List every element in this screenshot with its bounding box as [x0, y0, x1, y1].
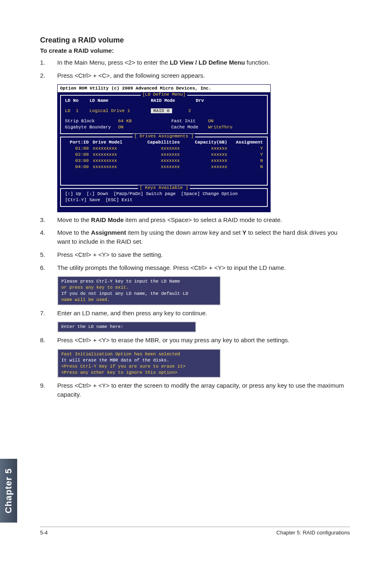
step-9: 9. Press <Ctrl> + <Y> to enter the scree… — [40, 381, 350, 399]
drive-row: 02:00 xxxxxxxxx xxxxxxx xxxxxx Y — [65, 152, 263, 157]
row-gb: xxxxxx — [180, 164, 227, 169]
row-asg: Y — [227, 152, 263, 157]
drive-row: 04:00 xxxxxxxxx xxxxxxx xxxxxx N — [65, 164, 263, 169]
cache-label: Cache Mode — [171, 125, 208, 130]
step-number: 8. — [40, 336, 57, 345]
strip-block-label: Strip Block — [65, 119, 118, 123]
ld-row-drv: 2 — [188, 108, 191, 113]
step-7: 7. Enter an LD name, and then press any … — [40, 309, 350, 318]
bold-term: Assignment — [91, 229, 126, 236]
col-capacity: Capacity(GB) — [180, 140, 227, 145]
col-drivemodel: Drive Model — [93, 140, 136, 145]
box-label: [ Keys Available ] — [138, 185, 190, 190]
step-text: In the Main Menu, press <2> to enter the — [57, 59, 170, 66]
row-cap: xxxxxxx — [136, 164, 179, 169]
step-number: 7. — [40, 309, 57, 318]
box-label: [ Drives Assignments ] — [132, 134, 195, 139]
step-number: 3. — [40, 215, 57, 224]
drive-row: 01:00 xxxxxxxxx xxxxxxx xxxxxx Y — [65, 146, 263, 151]
step-number: 2. — [40, 71, 57, 80]
strip-block-value: 64 KB — [118, 119, 171, 123]
step-text: item by using the down arrow key and set — [126, 229, 242, 236]
page-footer: 5-4 Chapter 5: RAID configurations — [40, 527, 350, 536]
step-text: item and press <Space> to select a RAID … — [124, 216, 282, 223]
step-text: Move to the — [57, 229, 91, 236]
step-text: Move to the — [57, 216, 91, 223]
gig-value: ON — [118, 125, 171, 130]
dlg-line: Enter the LD name here: — [61, 324, 192, 330]
step-text: Enter an LD name, and then press any key… — [57, 309, 350, 318]
row-pid: 02:00 — [65, 152, 89, 157]
dlg-line: Please press Ctrl-Y key to input the LD … — [61, 279, 180, 284]
dlg-line: If you do not input any LD name, the def… — [61, 291, 188, 296]
step-8: 8. Press <Ctrl> + <Y> to erase the MBR, … — [40, 336, 350, 345]
row-dm: xxxxxxxxx — [93, 152, 136, 157]
row-pid: 01:00 — [65, 146, 89, 151]
row-pid: 04:00 — [65, 164, 89, 169]
ld-row-ld: LD 1 — [65, 108, 90, 113]
col-ldno: LD No — [65, 98, 90, 103]
row-cap: xxxxxxx — [136, 146, 179, 151]
row-cap: xxxxxxx — [136, 158, 179, 163]
step-5: 5. Press <Ctrl> + <Y> to save the settin… — [40, 250, 350, 259]
page-heading: Creating a RAID volume — [40, 36, 350, 45]
step-number: 9. — [40, 381, 57, 399]
col-ldname: LD Name — [90, 98, 151, 103]
cache-value: WriteThru — [208, 125, 232, 130]
step-text: Press <Ctrl> + <Y> to erase the MBR, or … — [57, 336, 350, 345]
ld-row-name: Logical Drive 1 — [90, 108, 151, 113]
chapter-title: Chapter 5: RAID configurations — [276, 530, 350, 536]
page-subheading: To create a RAID volume: — [40, 47, 350, 54]
dialog-erase-mbr: Fast Initialization Option has been sele… — [57, 349, 221, 378]
row-pid: 03:00 — [65, 158, 89, 163]
page-number: 5-4 — [40, 530, 48, 536]
step-text: Press <Ctrl> + <Y> to save the setting. — [57, 250, 350, 259]
dlg-line: It will erase the MBR data of the disks. — [61, 358, 169, 363]
step-text: function. — [245, 59, 270, 66]
step-number: 6. — [40, 263, 57, 272]
row-asg: N — [227, 164, 263, 169]
step-4: 4. Move to the Assignment item by using … — [40, 228, 350, 246]
step-number: 4. — [40, 228, 57, 246]
step-text: Press <Ctrl> + <C>, and the following sc… — [57, 71, 350, 80]
drives-box: [ Drives Assignments ] Port:ID Drive Mod… — [60, 137, 268, 186]
row-cap: xxxxxxx — [136, 152, 179, 157]
row-asg: Y — [227, 146, 263, 151]
col-drv: Drv — [196, 98, 204, 103]
keys-line: [↑] Up [↓] Down [PaUp/PaDn] Switch page … — [65, 191, 263, 196]
step-2: 2. Press <Ctrl> + <C>, and the following… — [40, 71, 350, 80]
row-asg: N — [227, 158, 263, 163]
dlg-line: name will be used. — [61, 297, 217, 303]
keys-line: [Ctrl-Y] Save [ESC] Exit — [65, 197, 263, 202]
step-3: 3. Move to the RAID Mode item and press … — [40, 215, 350, 224]
row-gb: xxxxxx — [180, 146, 227, 151]
fastinit-value: ON — [208, 119, 213, 123]
dlg-line: Fast Initialization Option has been sele… — [61, 351, 217, 357]
bold-term: RAID Mode — [91, 216, 124, 223]
row-dm: xxxxxxxxx — [93, 146, 136, 151]
step-text: The utility prompts the following messag… — [57, 263, 350, 272]
keys-box: [ Keys Available ] [↑] Up [↓] Down [PaUp… — [60, 188, 268, 207]
dlg-line: <Press any other key to ignore this opti… — [61, 370, 217, 376]
step-1: 1. In the Main Menu, press <2> to enter … — [40, 58, 350, 67]
ld-define-box: [LD Define Menu] LD No LD Name RAID Mode… — [60, 95, 268, 134]
bios-screenshot: Option ROM Utility (c) 2009 Advanced Mic… — [57, 84, 271, 212]
step-number: 5. — [40, 250, 57, 259]
step-6: 6. The utility prompts the following mes… — [40, 263, 350, 272]
row-dm: xxxxxxxxx — [93, 164, 136, 169]
col-assignment: Assignment — [227, 140, 263, 145]
col-capabilities: Capabilities — [136, 140, 179, 145]
col-raidmode: RAID Mode — [151, 98, 196, 103]
dialog-input-ld-name: Please press Ctrl-Y key to input the LD … — [57, 276, 221, 305]
step-text: Press <Ctrl> + <Y> to enter the screen t… — [57, 381, 350, 399]
bios-title: Option ROM Utility (c) 2009 Advanced Mic… — [58, 85, 270, 92]
fastinit-label: Fast Init — [171, 119, 208, 123]
dialog-enter-ld-name: Enter the LD name here: — [57, 321, 196, 332]
row-gb: xxxxxx — [180, 152, 227, 157]
bold-term: Y — [242, 229, 247, 236]
bold-term: LD View / LD Define Menu — [170, 59, 245, 66]
row-dm: xxxxxxxxx — [93, 158, 136, 163]
dlg-line: or press any key to exit. — [61, 285, 217, 291]
gig-label: Gigabyte Boundary — [65, 125, 118, 130]
ld-row-raid: RAID 0 — [151, 108, 172, 113]
